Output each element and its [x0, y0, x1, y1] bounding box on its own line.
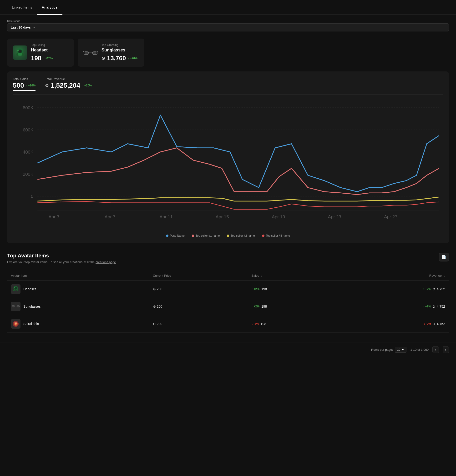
chevron-down-icon: ▼ [33, 26, 35, 29]
svg-rect-2 [17, 53, 18, 56]
tab-linked-items[interactable]: Linked Items [7, 0, 37, 15]
table-row: Spiral shirt ⊙ 200 ↓ -2% 198 [7, 315, 449, 333]
price-robux-icon-2: ⊙ [153, 305, 156, 308]
sales-cell-headset: ↑ +2% 198 [248, 280, 336, 298]
revenue-cell-sunglasses: ↑ +2% ⊙ 4,752 [336, 298, 449, 315]
svg-text:800K: 800K [23, 105, 34, 110]
date-range-select[interactable]: Last 30 days ▼ [7, 23, 449, 31]
price-robux-icon: ⊙ [153, 287, 156, 291]
prev-page-button[interactable]: ‹ [432, 346, 439, 353]
top-card-headset: Top Selling Headset 198 ↑ +20% [7, 39, 74, 67]
top-card-sunglasses: Top Grossing Sunglasses ⊙ 13,760 ↑ +20% [78, 39, 144, 67]
total-sales-label: Total Sales [13, 77, 35, 81]
svg-text:0: 0 [31, 194, 33, 199]
sunglasses-category: Top Grossing [102, 43, 139, 47]
tab-analytics[interactable]: Analytics [37, 0, 62, 15]
sales-sort-icon: ↓ [261, 274, 263, 277]
spiral-shirt-revenue-badge: ↓ -2% [424, 322, 431, 325]
price-cell-spiral-shirt: ⊙ 200 [149, 315, 248, 333]
chart-container: 800K 600K 400K 200K 0 Apr 3 Apr 7 Apr 11… [13, 100, 443, 231]
headset-revenue-badge: ↑ +2% [423, 287, 431, 291]
headset-thumbnail [13, 45, 27, 60]
col-current-price: Current Price [149, 271, 248, 280]
next-page-button[interactable]: › [443, 346, 449, 353]
revenue-cell-spiral-shirt: ↓ -2% ⊙ 4,752 [336, 315, 449, 333]
headset-badge: ↑ +20% [43, 57, 53, 60]
svg-text:Apr 11: Apr 11 [159, 214, 173, 219]
spiral-shirt-sales-badge: ↓ -2% [251, 322, 259, 325]
headset-row-thumb [11, 284, 20, 294]
date-range-section: Date range Last 30 days ▼ [0, 15, 456, 36]
date-range-value: Last 30 days [11, 26, 31, 29]
sunglasses-card-info: Top Grossing Sunglasses ⊙ 13,760 ↑ +20% [102, 43, 139, 62]
total-sales-stat[interactable]: Total Sales 500 ↑ +20% [13, 77, 35, 91]
col-avatar-item: Avatar Item [7, 271, 149, 280]
export-button[interactable]: 📄 [439, 253, 449, 262]
sunglasses-sales-badge: ↑ +2% [251, 305, 259, 308]
revenue-robux-icon-3: ⊙ [432, 322, 435, 326]
headset-card-info: Top Selling Headset 198 ↑ +20% [31, 43, 68, 62]
rows-per-page-select[interactable]: 10 ▼ [395, 347, 406, 353]
total-sales-badge: ↑ +20% [26, 84, 35, 87]
svg-text:Apr 15: Apr 15 [216, 214, 229, 219]
total-revenue-label: Total Revenue [45, 77, 92, 81]
col-sales[interactable]: Sales ↓ [248, 271, 336, 280]
sunglasses-badge: ↑ +20% [128, 57, 138, 60]
date-range-label: Date range [7, 19, 449, 22]
avatar-items-table: Avatar Item Current Price Sales ↓ Revenu… [7, 271, 449, 333]
total-revenue-value: ⊙ 1,525,204 ↑ +20% [45, 82, 92, 89]
pagination: Rows per page: 10 ▼ 1-10 of 1,000 ‹ › [0, 342, 456, 357]
item-cell-spiral-shirt: Spiral shirt [7, 315, 149, 333]
svg-point-13 [93, 52, 97, 54]
page-range: 1-10 of 1,000 [410, 348, 429, 351]
chart-legend: Pass Name Top seller #1 name Top seller … [13, 234, 443, 238]
revenue-cell-headset: ↑ +2% ⊙ 4,752 [336, 280, 449, 298]
rows-chevron-icon: ▼ [401, 348, 404, 351]
legend-dot-red [262, 235, 265, 237]
item-name-headset: Headset [23, 287, 36, 291]
table-row: Headset ⊙ 200 ↑ +2% 198 [7, 280, 449, 298]
price-robux-icon-3: ⊙ [153, 322, 156, 326]
top-cards: Top Selling Headset 198 ↑ +20% [0, 36, 456, 71]
svg-text:Apr 23: Apr 23 [328, 214, 341, 219]
table-header: Avatar Item Current Price Sales ↓ Revenu… [7, 271, 449, 280]
total-revenue-stat[interactable]: Total Revenue ⊙ 1,525,204 ↑ +20% [45, 77, 92, 91]
legend-top-seller-3: Top seller #3 name [262, 234, 290, 238]
sales-cell-sunglasses: ↑ +2% 198 [248, 298, 336, 315]
svg-text:200K: 200K [23, 172, 34, 177]
robux-icon: ⊙ [102, 56, 105, 61]
legend-dot-yellow [227, 235, 229, 237]
svg-line-10 [83, 51, 84, 52]
table-title: Top Avatar Items [7, 253, 449, 259]
table-body: Headset ⊙ 200 ↑ +2% 198 [7, 280, 449, 333]
legend-dot-blue [166, 235, 168, 237]
chart-section: Total Sales 500 ↑ +20% Total Revenue ⊙ 1… [7, 71, 449, 243]
table-row: Sunglasses ⊙ 200 ↑ +2% 198 [7, 298, 449, 315]
sunglasses-name: Sunglasses [102, 48, 139, 53]
price-cell-sunglasses: ⊙ 200 [149, 298, 248, 315]
svg-line-11 [97, 51, 98, 52]
svg-text:Apr 27: Apr 27 [384, 214, 397, 219]
col-revenue[interactable]: Revenue ↓ [336, 271, 449, 280]
sunglasses-revenue-badge: ↑ +2% [423, 305, 431, 308]
sunglasses-thumbnail [83, 45, 98, 60]
svg-rect-3 [22, 53, 24, 56]
item-name-spiral-shirt: Spiral shirt [23, 322, 39, 326]
legend-dot-pink [192, 235, 194, 237]
svg-point-12 [85, 52, 88, 54]
svg-point-6 [17, 50, 19, 51]
table-section: 📄 Top Avatar Items Explore your top avat… [0, 250, 456, 342]
item-cell-sunglasses: Sunglasses [7, 298, 149, 315]
svg-point-40 [12, 306, 15, 307]
sunglasses-value: ⊙ 13,760 ↑ +20% [102, 55, 139, 62]
legend-top-seller-2: Top seller #2 name [227, 234, 255, 238]
spiral-shirt-row-thumb [11, 319, 20, 329]
svg-point-36 [14, 287, 15, 288]
line-chart: 800K 600K 400K 200K 0 Apr 3 Apr 7 Apr 11… [13, 100, 443, 230]
sales-cell-spiral-shirt: ↓ -2% 198 [248, 315, 336, 333]
creations-page-link[interactable]: creations page [95, 260, 116, 264]
rows-per-page-label: Rows per page: [371, 348, 393, 351]
revenue-sort-icon: ↓ [444, 274, 445, 277]
svg-rect-33 [13, 289, 15, 291]
revenue-robux-icon-2: ⊙ [432, 305, 435, 308]
